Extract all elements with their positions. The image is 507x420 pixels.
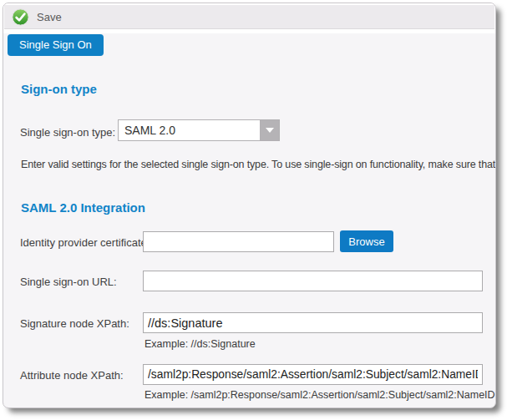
attribute-node-xpath-label: Attribute node XPath: [20,369,124,382]
tab-single-sign-on[interactable]: Single Sign On [8,34,104,56]
settings-window: Save Single Sign On Sign-on type Single … [3,3,496,408]
signon-type-heading: Sign-on type [21,82,97,96]
toolbar: Save [4,5,494,29]
save-check-icon [12,8,29,26]
signature-node-xpath-label: Signature node XPath: [20,317,129,330]
identity-provider-certificate-label: Identity provider certificate : [20,236,153,249]
identity-provider-certificate-input[interactable] [143,231,334,252]
save-button[interactable]: Save [4,5,74,28]
signature-xpath-example: Example: //ds:Signature [144,338,256,350]
single-sign-on-url-label: Single sign-on URL: [20,276,117,288]
dropdown-arrow-button[interactable] [260,120,279,140]
attribute-node-xpath-input[interactable] [143,364,483,385]
browse-button[interactable]: Browse [340,230,393,252]
chevron-down-icon [266,128,274,133]
single-sign-on-type-selected-value: SAML 2.0 [119,120,260,140]
signon-type-help-text: Enter valid settings for the selected si… [21,159,495,170]
single-sign-on-type-select[interactable]: SAML 2.0 [118,119,280,141]
single-sign-on-url-input[interactable] [143,271,483,291]
save-button-label: Save [37,11,62,23]
attribute-xpath-example: Example: /saml2p:Response/saml2:Assertio… [144,389,495,401]
signature-node-xpath-input[interactable] [143,312,483,333]
topbar-area: Save [3,3,495,33]
saml-integration-heading: SAML 2.0 Integration [21,200,145,215]
single-sign-on-type-label: Single sign-on type: [20,126,115,139]
